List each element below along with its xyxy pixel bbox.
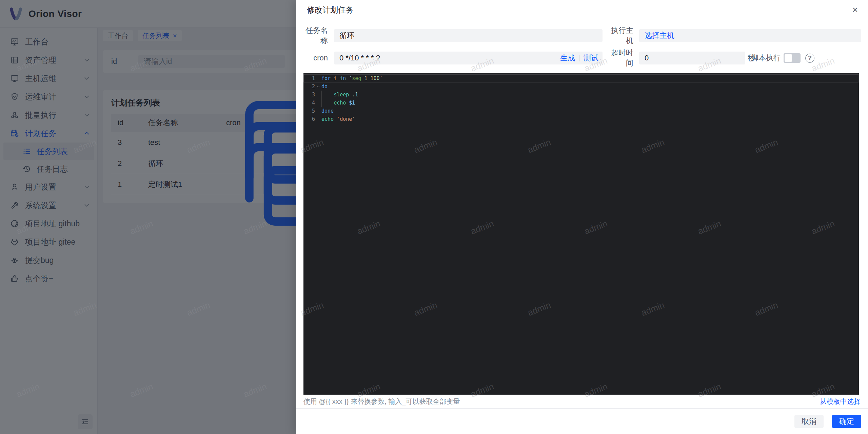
- fold-icon[interactable]: [315, 82, 321, 91]
- generate-cron-link[interactable]: 生成: [560, 53, 575, 63]
- select-host-link[interactable]: 选择主机: [645, 31, 674, 41]
- cron-field: 生成 测试: [334, 52, 603, 64]
- code-line[interactable]: 3 sleep .1: [303, 91, 859, 99]
- task-name-label: 任务名称: [303, 25, 328, 46]
- screen: Orion Visor 工作台 资产管理 主机运: [0, 0, 868, 434]
- line-number: 5: [303, 107, 315, 115]
- modal-title: 修改计划任务: [307, 5, 852, 15]
- line-number: 4: [303, 99, 315, 107]
- exec-host-label: 执行主机: [608, 25, 633, 46]
- confirm-button[interactable]: 确定: [832, 415, 861, 428]
- help-icon[interactable]: ?: [805, 54, 814, 63]
- code-line[interactable]: 4 echo $i: [303, 99, 859, 107]
- toggle-knob: [785, 54, 792, 62]
- modal-header: 修改计划任务 ×: [296, 0, 868, 20]
- line-number: 3: [303, 91, 315, 99]
- modal-body: 任务名称 执行主机 选择主机 cron 生成 测试 超时时间 秒: [296, 20, 868, 408]
- select-from-template-link[interactable]: 从模板中选择: [820, 397, 861, 406]
- editor-hint-row: 使用 @{{ xxx }} 来替换参数, 输入_可以获取全部变量 从模板中选择: [303, 395, 861, 408]
- timeout-label: 超时时间: [608, 48, 633, 68]
- host-select[interactable]: 选择主机: [639, 29, 861, 42]
- indent-guide: [321, 91, 322, 107]
- code-line[interactable]: 1for i in `seq 1 100`: [303, 74, 859, 82]
- code-line[interactable]: 5done: [303, 107, 859, 115]
- modal-footer: 取消 确定: [296, 408, 868, 434]
- timeout-input[interactable]: [639, 52, 748, 64]
- task-name-input[interactable]: [334, 29, 603, 42]
- script-exec-label: 脚本执行: [750, 53, 781, 63]
- params-hint: 使用 @{{ xxx }} 来替换参数, 输入_可以获取全部变量: [303, 397, 820, 406]
- cron-input[interactable]: [334, 52, 560, 64]
- code-editor[interactable]: 1for i in `seq 1 100` 2do 3 sleep .1 4 e…: [303, 73, 859, 395]
- close-icon[interactable]: ×: [852, 5, 858, 15]
- test-cron-link[interactable]: 测试: [584, 53, 598, 63]
- script-exec-toggle[interactable]: [784, 53, 801, 63]
- cancel-button[interactable]: 取消: [794, 415, 824, 428]
- line-number: 1: [303, 74, 315, 82]
- timeout-field: 秒: [639, 52, 745, 64]
- line-number: 2: [303, 82, 315, 91]
- cron-label: cron: [303, 54, 328, 62]
- code-line[interactable]: 6echo 'done': [303, 115, 859, 123]
- divider: [579, 55, 579, 61]
- code-line[interactable]: 2do: [303, 82, 859, 91]
- edit-task-modal: 修改计划任务 × 任务名称 执行主机 选择主机 cron 生成 测试: [296, 0, 868, 434]
- line-number: 6: [303, 115, 315, 123]
